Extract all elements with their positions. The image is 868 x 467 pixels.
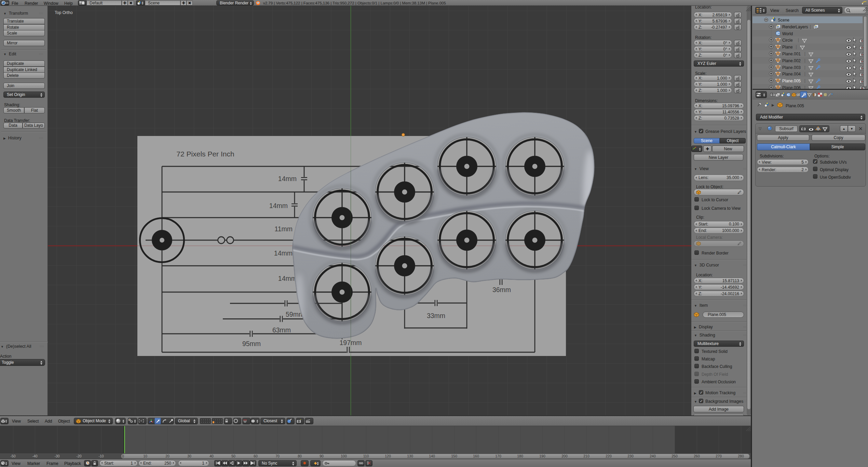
svg-text:11mm: 11mm (274, 225, 293, 233)
svg-text:197mm: 197mm (339, 339, 362, 346)
svg-text:14mm: 14mm (278, 175, 297, 182)
svg-text:95mm: 95mm (242, 340, 261, 347)
svg-text:14mm: 14mm (269, 202, 288, 209)
svg-text:14mm: 14mm (278, 275, 297, 282)
svg-text:63mm: 63mm (272, 326, 291, 334)
svg-text:33mm: 33mm (427, 312, 445, 319)
svg-text:36mm: 36mm (492, 286, 511, 293)
svg-text:14mm: 14mm (274, 249, 293, 257)
svg-text:72 Pixels Per Inch: 72 Pixels Per Inch (176, 150, 234, 158)
